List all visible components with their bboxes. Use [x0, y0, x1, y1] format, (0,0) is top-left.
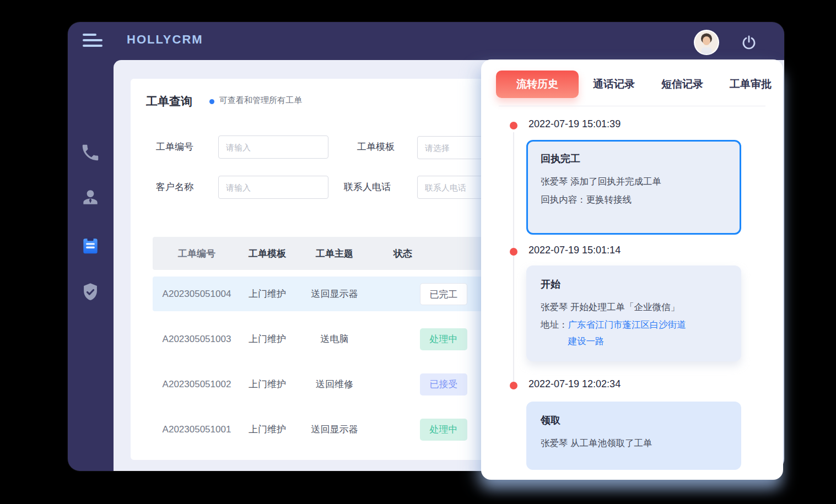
cell-order-no: A202305051002 [153, 379, 241, 390]
timeline-address-row: 地址： 广东省江门市蓬江区白沙街道建设一路 [541, 316, 727, 349]
filter-label-customer: 客户名称 [156, 176, 193, 199]
cell-subject: 送电脑 [294, 333, 375, 345]
timeline-card-text: 张爱琴 从工单池领取了工单 [541, 434, 727, 452]
status-badge: 处理中 [420, 419, 467, 441]
cell-order-no: A202305051004 [153, 289, 241, 300]
status-badge: 已完工 [420, 283, 467, 305]
cell-subject: 送回维修 [294, 378, 375, 391]
timeline-card-text: 张爱琴 添加了回执并完成工单 [541, 172, 727, 191]
timeline-dot [510, 248, 517, 256]
tab-3[interactable]: 工单审批 [730, 77, 772, 91]
clipboard-icon [80, 235, 101, 256]
workorder-detail-panel: 流转历史通话记录短信记录工单审批 2022-07-19 15:01:39 回执完… [481, 59, 783, 480]
cell-template: 上门维护 [241, 333, 294, 345]
status-badge: 已接受 [420, 373, 467, 395]
sidebar-item-calls[interactable] [80, 142, 101, 163]
customer-name-input[interactable] [218, 176, 328, 199]
filter-label-template: 工单模板 [357, 136, 395, 159]
address-label: 地址： [541, 316, 568, 349]
timeline-line [513, 132, 514, 386]
subtitle-dot-icon [209, 99, 214, 104]
tabs-divider [499, 106, 765, 106]
order-no-input[interactable] [218, 136, 328, 159]
cell-template: 上门维护 [241, 423, 294, 436]
brand-logo: HOLLYCRM [127, 32, 203, 47]
shield-check-icon [80, 281, 101, 302]
hamburger-menu-icon[interactable] [83, 34, 103, 48]
timeline-dot [510, 122, 517, 129]
tab-0-active[interactable]: 流转历史 [496, 71, 579, 98]
cell-template: 上门维护 [241, 288, 294, 300]
header-order-no: 工单编号 [153, 247, 241, 260]
timeline-card-title: 领取 [541, 414, 727, 427]
timeline-card-text: 张爱琴 开始处理工单「企业微信」 [541, 298, 727, 316]
sidebar-item-security[interactable] [80, 281, 101, 302]
page-title: 工单查询 [146, 94, 192, 109]
timeline-card-start[interactable]: 开始 张爱琴 开始处理工单「企业微信」 地址： 广东省江门市蓬江区白沙街道建设一… [526, 265, 741, 361]
timeline-card-text: 回执内容：更换转接线 [541, 191, 727, 209]
top-bar: HOLLYCRM [68, 22, 784, 60]
timeline-time: 2022-07-19 15:01:39 [528, 118, 621, 130]
timeline-card-claimed[interactable]: 领取 张爱琴 从工单池领取了工单 [526, 402, 741, 470]
filter-label-order-no: 工单编号 [156, 136, 193, 159]
address-link[interactable]: 广东省江门市蓬江区白沙街道建设一路 [568, 316, 694, 349]
user-avatar[interactable] [695, 31, 718, 54]
avatar-image [695, 31, 718, 54]
sidebar-item-workorders[interactable] [80, 235, 101, 256]
page-subtitle: 可查看和管理所有工单 [219, 95, 302, 106]
timeline-card-title: 开始 [541, 278, 727, 291]
timeline-dot [510, 382, 517, 389]
person-icon [80, 187, 101, 208]
header-template: 工单模板 [241, 247, 294, 260]
cell-template: 上门维护 [241, 378, 294, 391]
status-badge: 处理中 [420, 328, 467, 350]
cell-subject: 送回显示器 [294, 423, 375, 436]
timeline-card-completed[interactable]: 回执完工 张爱琴 添加了回执并完成工单 回执内容：更换转接线 [526, 140, 741, 235]
cell-order-no: A202305051003 [153, 334, 241, 345]
cell-order-no: A202305051001 [153, 424, 241, 435]
header-subject: 工单主题 [294, 247, 375, 260]
filter-label-contact-phone: 联系人电话 [344, 176, 391, 199]
power-icon[interactable] [741, 35, 757, 50]
detail-tabs: 流转历史通话记录短信记录工单审批 [496, 71, 772, 98]
tab-2[interactable]: 短信记录 [661, 77, 703, 91]
timeline-time: 2022-07-19 15:01:14 [528, 245, 621, 256]
timeline-card-title: 回执完工 [541, 152, 727, 165]
cell-subject: 送回显示器 [294, 288, 375, 300]
sidebar-item-customers[interactable] [80, 187, 101, 208]
timeline-time: 2022-07-19 12:02:34 [528, 378, 621, 390]
tab-1[interactable]: 通话记录 [593, 77, 635, 91]
phone-icon [80, 142, 101, 163]
